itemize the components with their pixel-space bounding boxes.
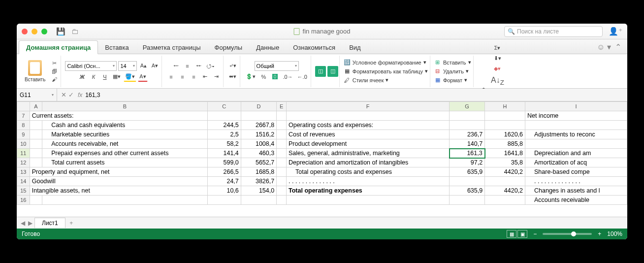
cell-E10[interactable]: [277, 139, 287, 149]
row-header-15[interactable]: 15: [17, 186, 30, 196]
cell-D16[interactable]: [241, 196, 276, 205]
wrap-text-icon[interactable]: ⤶▾: [227, 61, 238, 71]
format-cells-button[interactable]: ▦Формат ▾: [434, 76, 467, 84]
cell-C13[interactable]: 266,5: [207, 167, 241, 177]
copy-icon[interactable]: 🗐: [50, 67, 59, 75]
cell-H12[interactable]: 35,8: [485, 158, 525, 167]
cell-A7[interactable]: Current assets:: [30, 111, 207, 121]
align-top-icon[interactable]: ⬴: [171, 61, 181, 71]
merge-icon[interactable]: ⬌▾: [227, 72, 238, 82]
name-box[interactable]: G11▾: [17, 89, 57, 101]
font-name-select[interactable]: Calibri (Осн...▾: [65, 61, 117, 71]
cell-F10[interactable]: Product development: [286, 139, 449, 149]
row-header-16[interactable]: 16: [17, 196, 30, 205]
cell-F9[interactable]: Cost of revenues: [286, 130, 449, 139]
font-size-select[interactable]: 14▾: [118, 61, 137, 71]
cell-B12[interactable]: Total current assets: [42, 158, 207, 167]
cell-E7[interactable]: [277, 111, 287, 121]
cell-D11[interactable]: 460,3: [241, 149, 276, 158]
zoom-slider[interactable]: [543, 233, 592, 235]
zoom-out-icon[interactable]: −: [533, 230, 537, 237]
col-header-B[interactable]: B: [42, 102, 207, 111]
tab-insert[interactable]: Вставка: [98, 41, 135, 54]
insert-cells-button[interactable]: ⊞Вставить ▾: [434, 59, 471, 66]
indent-dec-icon[interactable]: ⇤: [200, 72, 210, 82]
cell-H13[interactable]: 4420,2: [485, 167, 525, 177]
cell-I10[interactable]: [525, 139, 627, 149]
cell-F8[interactable]: Operating costs and expenses:: [286, 121, 449, 130]
cell-G14[interactable]: [450, 177, 485, 186]
cell-I11[interactable]: Depreciation and am: [525, 149, 627, 158]
cell-E13[interactable]: [277, 167, 287, 177]
cell-A13[interactable]: Property and equipment, net: [30, 167, 207, 177]
align-bottom-icon[interactable]: ⬵: [193, 61, 203, 71]
align-middle-icon[interactable]: ≡: [182, 61, 192, 71]
close-window-icon[interactable]: [22, 29, 28, 34]
row-header-9[interactable]: 9: [17, 130, 30, 139]
accept-formula-icon[interactable]: ✓: [68, 91, 74, 99]
cell-E8[interactable]: [277, 121, 287, 130]
cell-A10[interactable]: [30, 139, 42, 149]
cell-I7[interactable]: Net income: [525, 111, 627, 121]
cell-A15[interactable]: Intangible assets, net: [30, 186, 207, 196]
col-header-H[interactable]: H: [485, 102, 525, 111]
orientation-icon[interactable]: ⭯▾: [205, 61, 216, 71]
cell-H14[interactable]: [485, 177, 525, 186]
cell-H10[interactable]: 885,8: [485, 139, 525, 149]
cell-F12[interactable]: Depreciation and amortization of intangi…: [286, 158, 449, 167]
fill-color-button[interactable]: 🪣▾: [124, 72, 136, 82]
clear-icon[interactable]: ◆▾: [492, 64, 502, 74]
font-color-button[interactable]: A▾: [138, 72, 148, 82]
cell-E12[interactable]: [277, 158, 287, 167]
cell-G13[interactable]: 635,9: [450, 167, 485, 177]
cell-B16[interactable]: [42, 196, 207, 205]
cell-F13[interactable]: Total operating costs and expenses: [286, 167, 449, 177]
tab-data[interactable]: Данные: [249, 41, 286, 54]
row-header-14[interactable]: 14: [17, 177, 30, 186]
cancel-formula-icon[interactable]: ✕: [61, 91, 66, 99]
cell-G8[interactable]: [450, 121, 485, 130]
cell-A8[interactable]: [30, 121, 42, 130]
cell-G15[interactable]: 635,9: [450, 186, 485, 196]
row-header-12[interactable]: 12: [17, 158, 30, 167]
cell-H7[interactable]: [485, 111, 525, 121]
cell-D12[interactable]: 5652,7: [241, 158, 276, 167]
cell-D13[interactable]: 1685,8: [241, 167, 276, 177]
cell-B9[interactable]: Marketable securities: [42, 130, 207, 139]
indent-inc-icon[interactable]: ⇥: [211, 72, 221, 82]
tab-formulas[interactable]: Формулы: [208, 41, 250, 54]
zoom-in-icon[interactable]: +: [598, 230, 601, 237]
cell-E14[interactable]: [277, 177, 287, 186]
cell-F7[interactable]: [286, 111, 449, 121]
row-header-13[interactable]: 13: [17, 167, 30, 177]
currency-icon[interactable]: 💲▾: [244, 72, 257, 82]
sheet-tab[interactable]: Лист1: [34, 218, 65, 228]
cell-H15[interactable]: 4420,2: [485, 186, 525, 196]
fx-icon[interactable]: fx: [78, 92, 82, 99]
row-header-10[interactable]: 10: [17, 139, 30, 149]
cell-D15[interactable]: 154,0: [241, 186, 276, 196]
maximize-window-icon[interactable]: [41, 29, 47, 34]
comma-icon[interactable]: 🅾: [270, 72, 280, 82]
add-sheet-icon[interactable]: +: [66, 220, 76, 227]
cell-I12[interactable]: Amortization of acq: [525, 158, 627, 167]
paste-button[interactable]: Вставить: [22, 59, 48, 83]
cell-D10[interactable]: 1008,4: [241, 139, 276, 149]
pane2-icon[interactable]: ◫: [327, 66, 338, 77]
cell-E15[interactable]: [277, 186, 287, 196]
cell-F16[interactable]: [286, 196, 449, 205]
tab-view[interactable]: Вид: [342, 41, 368, 54]
cell-C9[interactable]: 2,5: [207, 130, 241, 139]
cell-F11[interactable]: Sales, general, administrative, marketin…: [286, 149, 449, 158]
row-header-11[interactable]: 11: [17, 149, 30, 158]
cell-C10[interactable]: 58,2: [207, 139, 241, 149]
cell-C15[interactable]: 10,6: [207, 186, 241, 196]
cell-G16[interactable]: [450, 196, 485, 205]
cut-icon[interactable]: ✂: [50, 60, 59, 67]
sheet-prev-icon[interactable]: ◀: [20, 220, 26, 227]
cell-C7[interactable]: [207, 111, 241, 121]
cell-styles-button[interactable]: 🖊Стили ячеек ▾: [344, 76, 388, 84]
cell-E16[interactable]: [277, 196, 287, 205]
cell-G9[interactable]: 236,7: [450, 130, 485, 139]
border-button[interactable]: ▦▾: [111, 72, 122, 82]
